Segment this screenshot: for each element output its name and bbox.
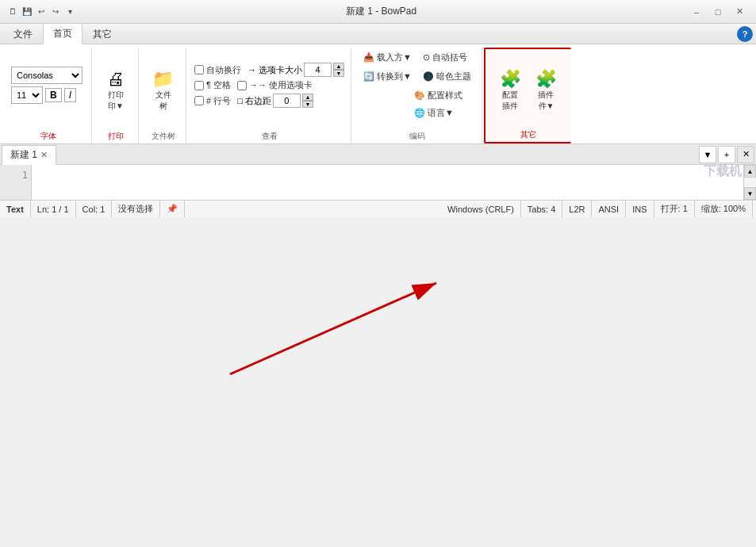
line-number-1: 1 <box>3 168 28 182</box>
new-tab-button[interactable]: + <box>718 146 735 163</box>
dark-theme-button[interactable]: 🌑 暗色主题 <box>419 68 475 85</box>
spin-down[interactable]: ▼ <box>333 70 344 77</box>
print-icon: 🖨 <box>107 71 125 88</box>
config-plugin-button[interactable]: 🧩 配置插件 <box>494 67 527 116</box>
ribbon-tabs: 文件 首页 其它 ? <box>0 24 756 44</box>
line-numbers: 1 <box>0 165 32 200</box>
right-indent-control: □ 右边距 ▲ ▼ <box>237 94 313 108</box>
right-indent-input[interactable] <box>273 94 301 108</box>
filetree-label: 文件树 <box>155 90 171 112</box>
svg-line-1 <box>230 283 436 374</box>
print-button[interactable]: 🖨 打印印▼ <box>100 67 132 116</box>
other-controls: 🧩 配置插件 🧩 插件件▼ <box>494 51 562 142</box>
filetree-controls: 📁 文件树 <box>147 49 179 143</box>
window-title: 新建 1 - BowPad <box>81 5 681 18</box>
dark-icon: 🌑 <box>423 71 434 82</box>
minimize-button[interactable]: – <box>686 4 707 20</box>
code-controls: 📥 载入方▼ ⊙ 自动括号 🔄 转换到▼ 🌑 暗色主题 <box>359 49 475 143</box>
editor-body: 1 ▲ ▼ <box>0 165 756 200</box>
auto-wrap-checkbox[interactable]: 自动换行 <box>194 64 241 76</box>
code-group-label: 编码 <box>353 131 482 142</box>
status-no-selection: 没有选择 <box>112 201 160 217</box>
close-tab-button[interactable]: ✕ <box>40 150 48 160</box>
app-icon: 🗒 <box>6 6 19 18</box>
other-group-label: 其它 <box>485 129 571 140</box>
arrow-annotation <box>222 271 476 382</box>
scroll-up-button[interactable]: ▲ <box>744 165 756 178</box>
print-controls: 🖨 打印印▼ <box>100 49 132 143</box>
ribbon-group-other: 🧩 配置插件 🧩 插件件▼ 其它 <box>484 48 571 143</box>
tab-home[interactable]: 首页 <box>43 23 83 44</box>
tab-file[interactable]: 文件 <box>3 24 43 44</box>
ribbon-group-code: 📥 载入方▼ ⊙ 自动括号 🔄 转换到▼ 🌑 暗色主题 <box>353 48 482 143</box>
tab-scroll-down[interactable]: ▼ <box>699 146 716 163</box>
print-label: 打印印▼ <box>108 90 124 112</box>
maximize-button[interactable]: □ <box>708 4 728 20</box>
status-bar: Text Ln: 1 / 1 Col: 1 没有选择 📌 Windows (CR… <box>0 200 756 217</box>
redo-icon[interactable]: ↪ <box>49 6 62 18</box>
font-size-select[interactable]: 11 <box>11 86 43 104</box>
close-button[interactable]: ✕ <box>729 4 750 20</box>
lang-icon: 🌐 <box>414 108 425 118</box>
editor-tab-new1[interactable]: 新建 1 ✕ <box>2 145 56 165</box>
style-icon: 🎨 <box>414 90 425 101</box>
title-bar-icons: 🗒 💾 ↩ ↪ ▾ <box>6 6 76 18</box>
convert-to-button[interactable]: 🔄 转换到▼ <box>359 68 416 85</box>
status-l2r[interactable]: L2R <box>562 201 592 217</box>
italic-button[interactable]: I <box>64 88 76 102</box>
font-controls: Consolas 11 B I <box>11 49 83 143</box>
status-zoom: 缩放: 100% <box>695 201 753 217</box>
convert-icon: 🔄 <box>363 71 374 82</box>
editor-container: 新建 1 ✕ ▼ + ✕ 1 ▲ ▼ 下载机 <box>0 144 756 200</box>
tab-size-input[interactable] <box>304 63 332 77</box>
config-plugin-icon: 🧩 <box>500 71 521 88</box>
status-col: Col: 1 <box>76 201 113 217</box>
use-tab-checkbox[interactable]: →→ 使用选项卡 <box>237 79 313 91</box>
font-family-select[interactable]: Consolas <box>11 67 83 84</box>
close-all-tabs-button[interactable]: ✕ <box>737 146 754 163</box>
tab-label: 新建 1 <box>10 148 37 162</box>
ribbon-group-view: 自动换行 → 选项卡大小 ▲ ▼ ¶ 空格 <box>188 48 351 143</box>
status-tabs[interactable]: Tabs: 4 <box>521 201 562 217</box>
tab-size-control: → 选项卡大小 ▲ ▼ <box>248 63 344 77</box>
tab-other[interactable]: 其它 <box>83 24 122 44</box>
ribbon-group-print: 🖨 打印印▼ 打印 <box>94 48 139 143</box>
status-encoding[interactable]: ANSI <box>592 201 626 217</box>
auto-parens-button[interactable]: ⊙ 自动括号 <box>419 49 471 66</box>
add-plugin-icon: 🧩 <box>535 71 557 88</box>
more-icon[interactable]: ▾ <box>63 6 76 18</box>
parens-icon: ⊙ <box>423 52 430 63</box>
status-line-col: Ln: 1 / 1 <box>31 201 76 217</box>
editor-textarea[interactable] <box>32 165 743 200</box>
status-ins[interactable]: INS <box>626 201 654 217</box>
scrollbar: ▲ ▼ <box>743 165 756 200</box>
ribbon-group-font: Consolas 11 B I 字体 <box>5 48 92 143</box>
load-as-button[interactable]: 📥 载入方▼ <box>359 49 416 66</box>
status-text: Text <box>3 201 31 217</box>
scroll-down-button[interactable]: ▼ <box>744 187 756 200</box>
language-button[interactable]: 🌐 语言▼ <box>410 105 458 121</box>
filetree-icon: 📁 <box>152 71 174 88</box>
tab-bar: 新建 1 ✕ ▼ + ✕ <box>0 144 756 165</box>
view-controls: 自动换行 → 选项卡大小 ▲ ▼ ¶ 空格 <box>194 49 344 143</box>
filetree-button[interactable]: 📁 文件树 <box>147 67 179 116</box>
ribbon: Consolas 11 B I 字体 🖨 打印印▼ 打印 <box>0 44 756 144</box>
add-plugin-button[interactable]: 🧩 插件件▼ <box>530 67 562 116</box>
status-line-ending[interactable]: Windows (CRLF) <box>441 201 521 217</box>
tab-size-spinner: ▲ ▼ <box>333 63 344 77</box>
window-controls: – □ ✕ <box>686 4 750 20</box>
linenum-checkbox[interactable]: # 行号 <box>194 95 231 107</box>
spin-down-2[interactable]: ▼ <box>302 101 313 108</box>
spin-up-2[interactable]: ▲ <box>302 94 313 101</box>
tab-bar-actions: ▼ + ✕ <box>699 146 754 163</box>
spin-up[interactable]: ▲ <box>333 63 344 70</box>
right-indent-spinner: ▲ ▼ <box>302 94 313 108</box>
save-icon[interactable]: 💾 <box>21 6 33 18</box>
undo-icon[interactable]: ↩ <box>35 6 48 18</box>
space-checkbox[interactable]: ¶ 空格 <box>194 79 231 91</box>
filetree-group-label: 文件树 <box>140 131 186 142</box>
load-icon: 📥 <box>363 52 374 63</box>
bold-button[interactable]: B <box>45 88 62 102</box>
help-button[interactable]: ? <box>737 26 753 42</box>
config-style-button[interactable]: 🎨 配置样式 <box>410 87 466 104</box>
